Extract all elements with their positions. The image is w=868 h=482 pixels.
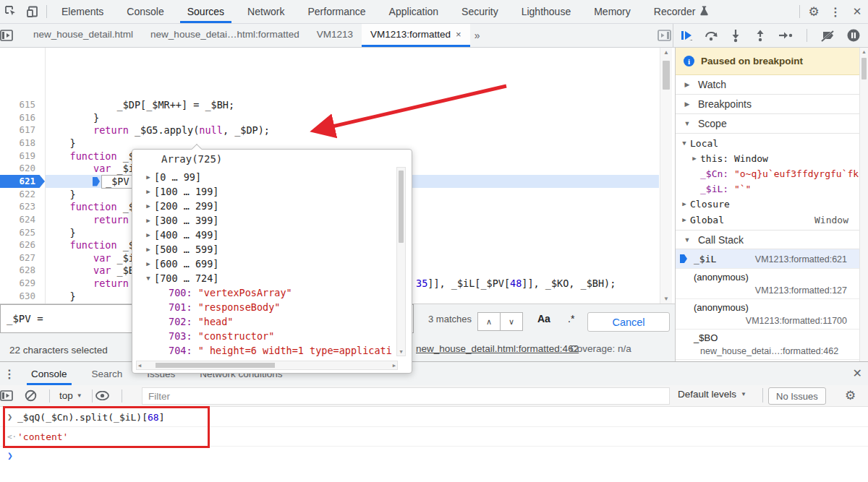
close-devtools-icon[interactable]: ✕ bbox=[846, 0, 868, 23]
scroll-down-arrow[interactable]: ▼ bbox=[660, 296, 672, 302]
call-stack-frame[interactable]: _$BOnew_house_detai…:formatted:462 bbox=[676, 330, 860, 360]
line-number-618[interactable]: 618 bbox=[0, 137, 45, 150]
regex-toggle[interactable]: .* bbox=[568, 313, 574, 324]
array-range-row-expanded[interactable]: ▼[700 … 724] bbox=[132, 271, 218, 285]
console-sidebar-icon[interactable] bbox=[0, 390, 25, 401]
line-number-624[interactable]: 624 bbox=[0, 213, 45, 226]
line-number-615[interactable]: 615 bbox=[0, 98, 45, 111]
clear-console-icon[interactable] bbox=[25, 390, 46, 402]
line-number-621[interactable]: 621 bbox=[0, 175, 45, 188]
code-line-623[interactable]: function _$K bbox=[46, 200, 140, 213]
code-line-615[interactable]: _$DP[_$MR++] = _$BH; bbox=[46, 98, 234, 111]
cancel-search-button[interactable]: Cancel bbox=[587, 312, 670, 332]
next-match-button[interactable]: ∨ bbox=[500, 312, 523, 331]
line-number-628[interactable]: 628 bbox=[0, 264, 45, 277]
scroll-up-arrow[interactable]: ▲ bbox=[860, 49, 868, 54]
file-tab[interactable]: new_house_detail.html bbox=[25, 24, 142, 47]
file-tab[interactable]: VM1213 bbox=[308, 24, 362, 47]
show-debugger-sidebar-icon[interactable] bbox=[658, 30, 671, 41]
resume-script-button[interactable] bbox=[679, 28, 694, 43]
line-number-629[interactable]: 629 bbox=[0, 277, 45, 290]
scroll-up-arrow[interactable]: ▲ bbox=[660, 49, 672, 56]
array-range-row[interactable]: ▶[300 … 399] bbox=[132, 213, 218, 228]
tab-lighthouse[interactable]: Lighthouse bbox=[514, 0, 579, 23]
tab-network[interactable]: Network bbox=[240, 0, 292, 23]
pause-on-exceptions-button[interactable] bbox=[846, 28, 861, 43]
call-stack-frame[interactable]: _$iLVM1213:formatted:621 bbox=[676, 249, 860, 269]
line-number-622[interactable]: 622 bbox=[0, 188, 45, 201]
drawer-tab-console[interactable]: Console bbox=[27, 363, 72, 385]
tab-sources[interactable]: Sources bbox=[180, 0, 231, 23]
scope-closure-row[interactable]: ▶ Closure bbox=[678, 197, 730, 211]
line-number-617[interactable]: 617 bbox=[0, 124, 45, 137]
code-line-622[interactable]: } bbox=[46, 188, 76, 201]
watch-section-header[interactable]: ▶ Watch bbox=[676, 75, 860, 95]
array-range-row[interactable]: ▶[600 … 699] bbox=[132, 257, 218, 271]
line-number-623[interactable]: 623 bbox=[0, 200, 45, 213]
array-range-row[interactable]: ▶[0 … 99] bbox=[132, 170, 201, 184]
tab-memory[interactable]: Memory bbox=[587, 0, 638, 23]
file-location-link[interactable]: new_house_detail.html:formatted:462 bbox=[416, 343, 579, 354]
scroll-down-arrow[interactable]: ▼ bbox=[397, 349, 405, 355]
match-case-toggle[interactable]: Aa bbox=[537, 313, 550, 324]
scrollbar-thumb[interactable] bbox=[663, 61, 670, 90]
step-out-button[interactable] bbox=[753, 28, 767, 43]
array-entry-row[interactable]: 701: "responseBody" bbox=[132, 300, 280, 314]
previous-match-button[interactable]: ∧ bbox=[477, 312, 501, 331]
call-stack-frame[interactable]: (anonymous)VM1213:formatted:127 bbox=[676, 269, 860, 299]
scope-variable-row[interactable]: _$Cn: "o~q}u`euf3ffdyrgfu`fk bbox=[700, 166, 859, 181]
scope-section-header[interactable]: ▼ Scope bbox=[676, 114, 860, 134]
console-prompt-chevron[interactable]: ❯ bbox=[7, 450, 13, 461]
file-tab[interactable]: new_house_detai…html:formatted bbox=[142, 24, 308, 47]
code-line-626[interactable]: function _$l bbox=[46, 238, 140, 251]
code-line-625[interactable]: } bbox=[46, 226, 76, 239]
issues-badge[interactable]: No Issues bbox=[768, 387, 826, 405]
code-line-630[interactable]: } bbox=[46, 290, 76, 303]
array-entry-row[interactable]: 700: "vertexPosArray" bbox=[132, 285, 292, 300]
more-tabs-chevron[interactable]: » bbox=[470, 30, 485, 41]
tab-console[interactable]: Console bbox=[119, 0, 171, 23]
tab-application[interactable]: Application bbox=[382, 0, 446, 23]
step-into-button[interactable] bbox=[728, 28, 743, 43]
console-settings-gear-icon[interactable]: ⚙ bbox=[845, 388, 856, 403]
line-number-626[interactable]: 626 bbox=[0, 238, 45, 251]
call-stack-section-header[interactable]: ▼ Call Stack bbox=[676, 230, 860, 249]
array-range-row[interactable]: ▶[100 … 199] bbox=[132, 184, 218, 199]
code-line-624[interactable]: return _ bbox=[46, 213, 140, 226]
drawer-kebab-icon[interactable]: ⋮ bbox=[0, 367, 19, 381]
line-number-625[interactable]: 625 bbox=[0, 226, 45, 239]
array-range-row[interactable]: ▶[400 … 499] bbox=[132, 228, 218, 242]
device-toolbar-icon[interactable] bbox=[22, 0, 43, 23]
breakpoints-section-header[interactable]: ▶ Breakpoints bbox=[676, 95, 860, 114]
tab-security[interactable]: Security bbox=[454, 0, 506, 23]
editor-scrollbar[interactable]: ▲ ▼ bbox=[660, 48, 672, 304]
close-tab-icon[interactable]: × bbox=[456, 29, 461, 40]
live-expression-eye-icon[interactable] bbox=[95, 391, 119, 400]
code-line-617[interactable]: return _$G5.apply(null, _$DP); bbox=[46, 124, 270, 137]
more-options-kebab-icon[interactable]: ⋮ bbox=[825, 0, 846, 23]
tab-elements[interactable]: Elements bbox=[54, 0, 111, 23]
code-line-618[interactable]: } bbox=[46, 137, 76, 150]
array-range-row[interactable]: ▶[200 … 299] bbox=[132, 199, 218, 213]
code-line-629[interactable]: return _ bbox=[46, 277, 140, 290]
sidebar-scrollbar[interactable]: ▲ bbox=[859, 48, 868, 361]
scope-variable-row[interactable]: _$iL: "`" bbox=[700, 181, 751, 196]
tab-recorder[interactable]: Recorder bbox=[647, 0, 717, 23]
show-navigator-icon[interactable] bbox=[0, 30, 25, 41]
frame-location[interactable]: VM1213:formatted:11700 bbox=[746, 316, 847, 326]
code-line-616[interactable]: } bbox=[46, 111, 99, 124]
scrollbar-thumb[interactable] bbox=[861, 58, 867, 79]
line-number-616[interactable]: 616 bbox=[0, 111, 45, 124]
inline-breakpoint-active-icon[interactable] bbox=[93, 177, 100, 186]
frame-location[interactable]: VM1213:formatted:127 bbox=[755, 285, 847, 296]
scrollbar-thumb[interactable] bbox=[156, 363, 275, 368]
console-filter-input[interactable]: Filter bbox=[142, 387, 670, 405]
deactivate-breakpoints-button[interactable] bbox=[820, 28, 836, 43]
frame-location[interactable]: new_house_detai…:formatted:462 bbox=[700, 346, 838, 356]
scope-global-row[interactable]: ▶ Global Window bbox=[678, 212, 856, 227]
inspect-element-icon[interactable] bbox=[0, 0, 22, 23]
scroll-left-arrow[interactable]: ◀ bbox=[138, 363, 141, 369]
tab-performance[interactable]: Performance bbox=[300, 0, 373, 23]
scope-this-row[interactable]: ▶ this: Window bbox=[689, 151, 768, 165]
line-number-619[interactable]: 619 bbox=[0, 150, 45, 163]
